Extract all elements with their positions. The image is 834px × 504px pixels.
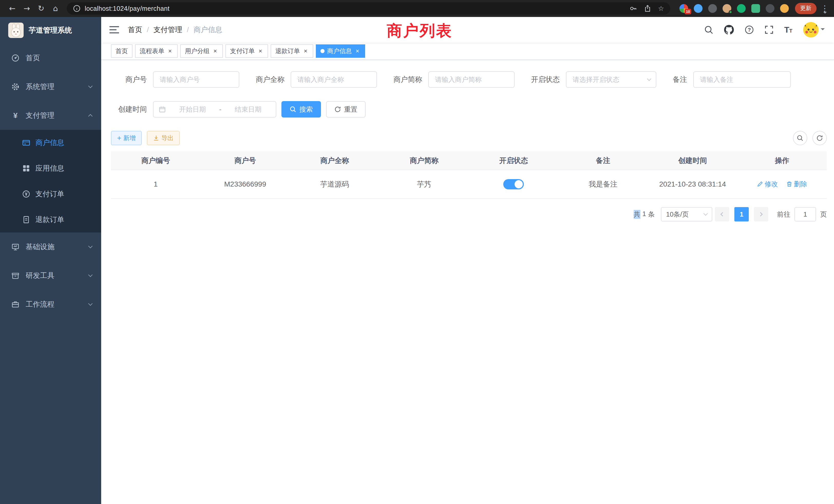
prev-page-button[interactable] (715, 207, 729, 222)
font-size-icon[interactable]: TT (784, 26, 792, 34)
status-select[interactable]: 请选择开启状态 (566, 71, 656, 88)
screen: ← → ↻ ⌂ localhost:1024/pay/merchant (0, 0, 834, 504)
help-icon[interactable]: ? (745, 25, 754, 35)
url-bar[interactable]: localhost:1024/pay/merchant ☆ (67, 2, 670, 15)
sidebar-item-label: 首页 (26, 53, 40, 63)
sidebar-item-home[interactable]: 首页 (0, 44, 101, 72)
browser-toolbar: ← → ↻ ⌂ localhost:1024/pay/merchant (0, 0, 834, 17)
extension-avatar-icon[interactable] (723, 4, 731, 13)
extension-pinwheel-icon[interactable]: 10 (679, 4, 688, 13)
chevron-down-icon (821, 28, 825, 32)
delete-link[interactable]: 删除 (786, 180, 807, 189)
cell-remark: 我是备注 (558, 170, 648, 199)
status-toggle[interactable] (503, 179, 524, 189)
chrome-caret-icon[interactable] (823, 12, 827, 16)
sidebar-item-merchant-info[interactable]: 商户信息 (0, 130, 101, 156)
back-icon[interactable]: ← (5, 0, 20, 17)
sidebar-fold-icon[interactable] (109, 26, 119, 33)
sidebar-item-refund-order[interactable]: 退款订单 (0, 207, 101, 232)
cell-merchant-id: 1 (111, 170, 200, 199)
extension-gray-icon[interactable] (708, 4, 717, 13)
sidebar-item-devtools[interactable]: 研发工具 (0, 261, 101, 290)
sidebar-item-label: 商户信息 (36, 138, 64, 147)
remark-input[interactable] (693, 71, 791, 88)
sidebar-item-infrastructure[interactable]: 基础设施 (0, 232, 101, 261)
extension-pin-icon[interactable] (766, 4, 774, 13)
page-number-1[interactable]: 1 (734, 207, 749, 222)
date-separator: - (219, 106, 222, 113)
close-icon[interactable] (167, 48, 173, 54)
short-name-input[interactable] (428, 71, 514, 88)
extension-vue-devtools-icon[interactable] (751, 4, 760, 13)
sidebar-item-app-info[interactable]: 应用信息 (0, 156, 101, 181)
sidebar-item-system[interactable]: 系统管理 (0, 72, 101, 101)
next-page-button[interactable] (754, 207, 768, 222)
search-icon[interactable] (704, 25, 713, 35)
pikachu-avatar (803, 22, 818, 38)
goto-page-input[interactable] (794, 207, 816, 222)
yen-icon: ¥ (11, 111, 20, 120)
filter-row-2: 创建时间 开始日期 - 结束日期 (111, 101, 827, 117)
breadcrumb-current: 商户信息 (194, 25, 222, 35)
edit-pencil-icon (757, 181, 763, 187)
close-icon[interactable] (212, 48, 218, 54)
forward-icon[interactable]: → (20, 0, 34, 17)
home-icon[interactable]: ⌂ (48, 0, 63, 17)
search-button[interactable]: 搜索 (281, 101, 321, 117)
breadcrumb-payment[interactable]: 支付管理 (154, 25, 182, 35)
cell-full-name: 芋道源码 (290, 170, 379, 199)
refund-doc-icon (22, 215, 30, 224)
sidebar-submenu-payment: 商户信息 应用信息 (0, 130, 101, 232)
total-prefix: 共 (634, 210, 640, 219)
reload-icon[interactable]: ↻ (34, 0, 48, 17)
col-create-time: 创建时间 (648, 152, 738, 170)
extensions-area: 10 (675, 4, 793, 13)
col-status: 开启状态 (469, 152, 558, 170)
page-size-select[interactable]: 10条/页 (661, 207, 712, 222)
logo-rabbit-avatar (8, 23, 24, 38)
reset-button[interactable]: 重置 (326, 101, 366, 117)
plus-icon: + (117, 135, 121, 142)
sidebar-item-pay-order[interactable]: 支付订单 (0, 181, 101, 207)
page-content: 商户号 商户全称 商户简称 开启状态 请选择开启状态 (101, 60, 834, 504)
search-toggle-icon[interactable] (793, 131, 807, 145)
chevron-down-icon (88, 244, 93, 248)
extension-blue-icon[interactable] (694, 4, 703, 13)
table-toolbar: + 新增 导出 (111, 131, 827, 145)
full-name-input[interactable] (291, 71, 377, 88)
close-icon[interactable] (257, 48, 263, 54)
create-time-range-picker[interactable]: 开始日期 - 结束日期 (153, 101, 276, 117)
bookmark-star-icon[interactable]: ☆ (658, 5, 664, 12)
sidebar-item-payment[interactable]: ¥ 支付管理 (0, 101, 101, 130)
share-icon[interactable] (644, 5, 652, 12)
breadcrumb-home[interactable]: 首页 (128, 25, 142, 35)
key-icon[interactable] (629, 5, 637, 12)
merchant-no-input[interactable] (153, 71, 239, 88)
add-button[interactable]: + 新增 (111, 131, 142, 145)
user-avatar-menu[interactable] (803, 22, 825, 38)
extension-green-circle-icon[interactable] (737, 4, 746, 13)
export-button[interactable]: 导出 (147, 131, 180, 145)
col-remark: 备注 (558, 152, 648, 170)
close-icon[interactable] (354, 48, 360, 54)
sidebar-item-label: 应用信息 (36, 163, 64, 173)
fullscreen-icon[interactable] (765, 25, 773, 34)
tab-refund-order[interactable]: 退款订单 (271, 44, 313, 58)
info-icon[interactable] (73, 5, 81, 12)
browser-update-button[interactable]: 更新 (795, 3, 816, 14)
sidebar-item-workflow[interactable]: 工作流程 (0, 290, 101, 319)
col-actions: 操作 (738, 152, 827, 170)
pagination-total: 共 1 条 (634, 210, 655, 219)
github-icon[interactable] (724, 25, 734, 35)
tab-home[interactable]: 首页 (111, 44, 132, 58)
merchant-no-label: 商户号 (111, 75, 147, 85)
refresh-icon[interactable] (812, 131, 827, 145)
tab-user-group[interactable]: 用户分组 (180, 44, 223, 58)
tab-merchant-info[interactable]: 商户信息 (316, 44, 365, 58)
edit-link[interactable]: 修改 (757, 180, 778, 189)
close-icon[interactable] (303, 48, 309, 54)
logo[interactable]: 芋道管理系统 (0, 17, 101, 44)
tab-process-form[interactable]: 流程表单 (135, 44, 178, 58)
extension-emoji-avatar-icon[interactable] (780, 4, 789, 13)
tab-pay-order[interactable]: 支付订单 (225, 44, 268, 58)
